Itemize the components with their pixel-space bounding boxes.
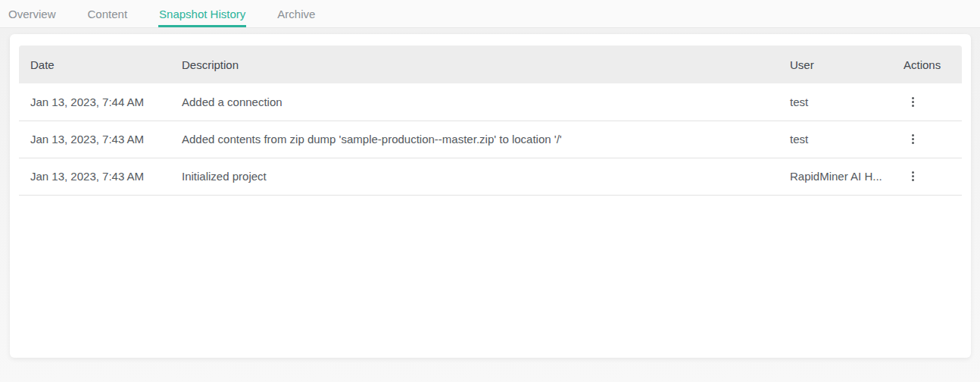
cell-user: RapidMiner AI H... — [779, 158, 892, 195]
tab-overview[interactable]: Overview — [8, 0, 57, 27]
cell-actions — [892, 121, 962, 158]
kebab-dot — [912, 175, 914, 177]
column-header-date: Date — [19, 45, 170, 83]
kebab-dot — [912, 105, 914, 107]
snapshot-table-card: Date Description User Actions Jan 13, 20… — [10, 34, 971, 358]
tab-bar: Overview Content Snapshot History Archiv… — [0, 0, 980, 28]
cell-actions — [892, 158, 962, 195]
cell-description: Added contents from zip dump 'sample-pro… — [170, 121, 779, 158]
snapshot-history-table: Date Description User Actions Jan 13, 20… — [19, 45, 962, 196]
cell-user: test — [779, 83, 892, 121]
tab-archive[interactable]: Archive — [276, 0, 316, 27]
cell-actions — [892, 83, 962, 121]
cell-date: Jan 13, 2023, 7:43 AM — [19, 158, 170, 195]
cell-date: Jan 13, 2023, 7:44 AM — [19, 83, 170, 121]
row-actions-kebab-menu-icon[interactable] — [904, 168, 922, 186]
column-header-user: User — [779, 45, 892, 83]
table-header-row: Date Description User Actions — [19, 45, 962, 83]
cell-description: Added a connection — [170, 83, 779, 121]
column-header-actions: Actions — [892, 45, 962, 83]
table-row: Jan 13, 2023, 7:43 AM Added contents fro… — [19, 121, 962, 158]
row-actions-kebab-menu-icon[interactable] — [904, 92, 922, 111]
kebab-dot — [912, 101, 914, 103]
kebab-dot — [912, 179, 914, 181]
tab-content[interactable]: Content — [87, 0, 129, 27]
table-row: Jan 13, 2023, 7:44 AM Added a connection… — [19, 83, 962, 121]
snapshot-history-page: Overview Content Snapshot History Archiv… — [0, 0, 980, 382]
kebab-dot — [912, 171, 914, 174]
kebab-dot — [912, 134, 914, 136]
cell-description: Initialized project — [170, 158, 779, 195]
table-row: Jan 13, 2023, 7:43 AM Initialized projec… — [19, 158, 962, 195]
kebab-dot — [912, 97, 914, 99]
kebab-dot — [912, 142, 914, 144]
row-actions-kebab-menu-icon[interactable] — [904, 130, 922, 149]
column-header-description: Description — [170, 45, 779, 83]
page-background: Date Description User Actions Jan 13, 20… — [0, 28, 980, 382]
tab-snapshot-history[interactable]: Snapshot History — [158, 0, 246, 27]
kebab-dot — [912, 138, 914, 140]
cell-date: Jan 13, 2023, 7:43 AM — [19, 121, 170, 158]
cell-user: test — [779, 121, 892, 158]
